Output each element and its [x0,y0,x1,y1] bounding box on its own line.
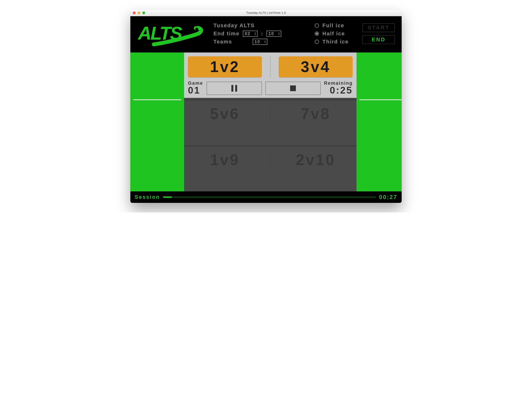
end-time-label: End time [214,31,240,37]
session-label: Session [135,194,160,200]
radio-icon [315,23,319,28]
window-close-icon[interactable] [133,12,136,14]
queued-game-card: 1v92v10 [184,145,356,191]
end-time-hours-stepper[interactable]: 02 ▲▼ [243,31,258,37]
stop-button[interactable] [265,82,321,95]
teams-label: Teams [214,39,232,45]
match-separator [270,106,271,121]
window-zoom-icon[interactable] [142,12,145,14]
rink-side-left [130,52,184,191]
stepper-arrows-icon: ▲▼ [278,32,280,35]
teams-stepper[interactable]: 10 ▲▼ [253,39,267,45]
pause-icon [231,85,237,92]
start-button[interactable]: START [362,23,395,32]
queued-games-host: 5v67v81v92v10 [184,99,356,191]
game-queue: 1v2 3v4 Game 01 [184,52,356,191]
end-button[interactable]: END [362,35,395,44]
ice-option-full[interactable]: Full ice [315,22,349,29]
ice-option-label: Third ice [322,39,349,45]
session-name: Tuseday ALTS [214,22,255,29]
game-number-value: 01 [188,85,203,95]
session-elapsed: 00:27 [379,194,397,200]
logo: ALTS [137,20,204,47]
current-match-row: 1v2 3v4 [188,56,353,77]
current-game-card: 1v2 3v4 Game 01 [184,52,356,98]
session-config: Tuseday ALTS End time 02 ▲▼ : 10 ▲▼ Team… [214,22,281,45]
stop-icon [290,85,296,91]
match-separator [270,152,271,168]
mac-titlebar: Tuseday ALTS | IceTimer 1.0 [130,10,402,16]
queued-match-row: 1v92v10 [188,151,353,169]
ice-option-label: Full ice [322,22,344,29]
stepper-arrows-icon: ▲▼ [264,40,266,44]
pause-button[interactable] [207,82,262,95]
queued-match-right: 2v10 [279,151,353,169]
app-window: Tuseday ALTS | IceTimer 1.0 ALTS Tuseday… [130,10,402,203]
end-time-hours-value: 02 [245,31,250,36]
stepper-arrows-icon: ▲▼ [254,32,257,35]
match-separator [270,56,271,77]
radio-icon [315,40,319,44]
ice-option-label: Half ice [322,31,345,37]
rink-area: 1v2 3v4 Game 01 [130,52,402,191]
header-actions: START END [362,23,395,44]
session-progress-track[interactable] [163,196,376,198]
window-title: Tuseday ALTS | IceTimer 1.0 [130,11,402,15]
app-body: ALTS Tuseday ALTS End time 02 ▲▼ : 10 [130,16,402,203]
queued-match-left: 1v9 [188,151,262,169]
ice-options-group: Full iceHalf iceThird ice [315,22,349,45]
radio-icon [315,31,319,36]
teams-value: 10 [254,39,260,44]
queued-match-row: 5v67v8 [188,105,353,123]
remaining-block: Remaining 0:25 [324,81,353,95]
window-minimize-icon[interactable] [138,12,140,14]
svg-point-1 [195,28,198,31]
end-time-minutes-value: 10 [268,31,274,36]
queued-game-card: 5v67v8 [184,99,356,145]
end-time-minutes-stepper[interactable]: 10 ▲▼ [266,31,281,37]
time-separator: : [261,31,263,37]
current-match-right: 3v4 [279,56,353,77]
app-header: ALTS Tuseday ALTS End time 02 ▲▼ : 10 [130,16,402,52]
current-match-left: 1v2 [188,56,262,77]
session-progress-fill [163,196,172,198]
remaining-value: 0:25 [324,85,353,95]
remaining-label: Remaining [324,81,353,85]
session-footer: Session 00:27 [130,191,402,203]
game-number-block: Game 01 [188,81,203,95]
game-controls-row: Game 01 Remaining 0:25 [188,81,353,95]
queued-match-right: 7v8 [279,105,353,123]
ice-option-third[interactable]: Third ice [315,39,349,45]
rink-side-right [356,52,402,191]
queued-match-left: 5v6 [188,105,262,123]
game-number-label: Game [188,81,203,85]
ice-option-half[interactable]: Half ice [315,31,349,37]
